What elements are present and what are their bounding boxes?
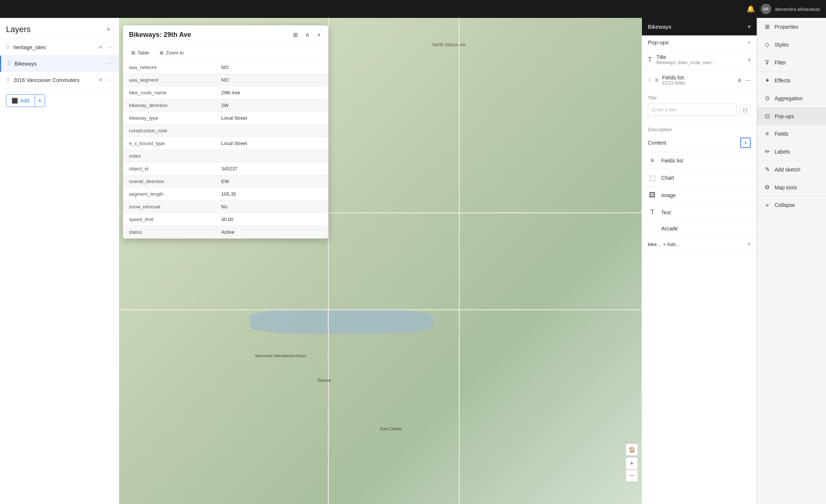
right-panel-item-fields[interactable]: ≡Fields (757, 125, 826, 143)
section-label: Pop-ups (648, 39, 669, 45)
popup-zoom-button[interactable]: ⊕ Zoom to (157, 48, 186, 57)
right-panel-item-map_tools[interactable]: ⚙Map tools (757, 179, 826, 196)
layer-name: 2016 Vancouver Commuters (13, 77, 94, 83)
table-label: Table (138, 50, 149, 56)
field-value (215, 150, 328, 163)
layer-item-bikeways[interactable]: ⠿ Bikeways ⋯ (0, 56, 119, 72)
notification-bell[interactable]: 🔔 (747, 5, 755, 13)
content-item-text[interactable]: TText (642, 204, 757, 221)
map-area[interactable]: North Vancouver Eburne East Cambie Vanco… (119, 18, 641, 504)
field-name: aaa_segment (123, 74, 215, 86)
filter-icon: ⊽ (763, 59, 771, 66)
bottom-add-item: bike… + Add… × (642, 236, 757, 252)
right-panel-item-labels[interactable]: ✏Labels (757, 143, 826, 161)
popup-toolbar: ⊞ Table ⊕ Zoom to (123, 45, 328, 61)
add-layer-button[interactable]: ⬛ Add ▾ (6, 94, 45, 107)
fields-list-info: Fields list 22/23 fields (662, 75, 734, 86)
right-panel-label: Labels (775, 149, 790, 155)
fields-list-section: ⠿ ≡ Fields list 22/23 fields ∧ ⋯ (642, 70, 757, 91)
add_sketch-icon: ✎ (763, 166, 771, 173)
chevron-down-icon[interactable]: ▾ (748, 23, 751, 30)
drag-handle-icon: ⠿ (6, 44, 10, 50)
content-item-arcade[interactable]: Arcade (642, 221, 757, 236)
zoom-in-button[interactable]: + (626, 457, 638, 469)
popup-expand-button[interactable]: ∧ (304, 31, 311, 39)
right-panel-item-collapse[interactable]: »Collapse (757, 196, 826, 214)
content-block: Content × (642, 134, 757, 152)
popup-table-button[interactable]: ⊞ Table (129, 48, 151, 57)
zoom-icon: ⊕ (160, 50, 164, 56)
right-panel-item-aggregation[interactable]: ⊙Aggregation (757, 89, 826, 107)
title-input-section: Title { } (642, 91, 757, 124)
layer-item-vancouver-commuters[interactable]: ⠿ 2016 Vancouver Commuters 👁 ⋯ (0, 72, 119, 88)
field-value: 345237 (215, 163, 328, 175)
map-water (250, 309, 432, 334)
map-label-airport: Vancouver International Airport (255, 353, 306, 358)
table-row: notes (123, 150, 328, 163)
content-item-icon: ≡ (648, 157, 657, 164)
right-panel-item-effects[interactable]: ✦Effects (757, 72, 826, 89)
layer-menu-icon[interactable]: ⋯ (107, 60, 113, 67)
popup-header-actions: ⊞ ∧ × (291, 31, 322, 39)
main-layout: Layers × ⠿ heritage_sites 👁 ⋯ ⠿ Bikeways… (0, 18, 826, 504)
add-button-main[interactable]: ⬛ Add (6, 95, 35, 107)
popup-title: Bikeways: 29th Ave (129, 31, 191, 39)
table-row: bikeway_direction2W (123, 99, 328, 112)
content-item-image[interactable]: 🖼Image (642, 187, 757, 204)
title-content: Title Bikeways: {bike_route_nam… (656, 54, 743, 65)
layers-close-button[interactable]: × (104, 25, 113, 34)
zoom-out-button[interactable]: − (626, 470, 638, 482)
title-input-field[interactable] (648, 104, 737, 116)
section-close-button[interactable]: × (748, 40, 751, 45)
field-name: speed_limit (123, 213, 215, 226)
field-value: NO (215, 61, 328, 74)
drag-handle-icon: ⠿ (6, 77, 10, 83)
visibility-icon[interactable]: 👁 (98, 44, 103, 50)
right-panel-label: Filter (775, 60, 786, 66)
layer-menu-icon[interactable]: ⋯ (107, 76, 113, 84)
table-row: bikeway_typeLocal Street (123, 112, 328, 125)
drag-handle-icon: ⠿ (648, 78, 651, 83)
collapse-icon[interactable]: ∧ (737, 77, 742, 84)
right-panel-item-styles[interactable]: ◇Styles (757, 36, 826, 54)
template-variable-button[interactable]: { } (740, 105, 751, 115)
layer-item-heritage-sites[interactable]: ⠿ heritage_sites 👁 ⋯ (0, 39, 119, 56)
fields-list-header[interactable]: ⠿ ≡ Fields list 22/23 fields ∧ ⋯ (642, 70, 757, 90)
field-name: e_s_bound_type (123, 137, 215, 150)
more-options-icon[interactable]: ⋯ (745, 77, 751, 84)
table-row: snow_removalNo (123, 201, 328, 213)
field-name: notes (123, 150, 215, 163)
right-panel-items: ⊞Properties◇Styles⊽Filter✦Effects⊙Aggreg… (757, 18, 826, 214)
chevron-down-icon[interactable]: ▾ (748, 56, 751, 63)
popups-panel-header: Bikeways ▾ (642, 18, 757, 35)
title-row: T Title Bikeways: {bike_route_nam… ▾ (648, 54, 751, 65)
add-dropdown-button[interactable]: ▾ (35, 95, 45, 106)
popup-header: Bikeways: 29th Ave ⊞ ∧ × (123, 25, 328, 45)
popup-close-button[interactable]: × (316, 31, 322, 39)
bottom-close-icon[interactable]: × (747, 241, 751, 248)
map-road-h2 (119, 309, 641, 310)
layer-menu-icon[interactable]: ⋯ (107, 44, 113, 51)
popup-copy-button[interactable]: ⊞ (291, 31, 299, 39)
description-label: Description (642, 124, 757, 134)
table-row: e_s_bound_typeLocal Street (123, 137, 328, 150)
right-panel-label: Aggregation (775, 95, 803, 101)
field-value: EW (215, 175, 328, 188)
field-name: bike_route_name (123, 86, 215, 99)
content-item-icon: 🖼 (648, 191, 657, 199)
table-row: aaa_segmentNO (123, 74, 328, 86)
content-item-chart[interactable]: ⬚Chart (642, 169, 757, 187)
right-panel-item-filter[interactable]: ⊽Filter (757, 54, 826, 72)
layer-name: Bikeways (15, 61, 103, 67)
content-item-fields-list[interactable]: ≡Fields list (642, 152, 757, 169)
right-panel-item-popups[interactable]: ⊡Pop-ups (757, 107, 826, 125)
content-close-button[interactable]: × (740, 138, 751, 148)
visibility-icon[interactable]: 👁 (98, 77, 103, 83)
right-panel-item-properties[interactable]: ⊞Properties (757, 18, 826, 36)
home-button[interactable]: 🏠 (626, 444, 638, 456)
right-panel-item-add_sketch[interactable]: ✎Add sketch (757, 161, 826, 179)
table-row: speed_limit30.00 (123, 213, 328, 226)
field-name: aaa_network (123, 61, 215, 74)
table-row: segment_length105.35 (123, 188, 328, 201)
title-icon: T (648, 56, 652, 64)
